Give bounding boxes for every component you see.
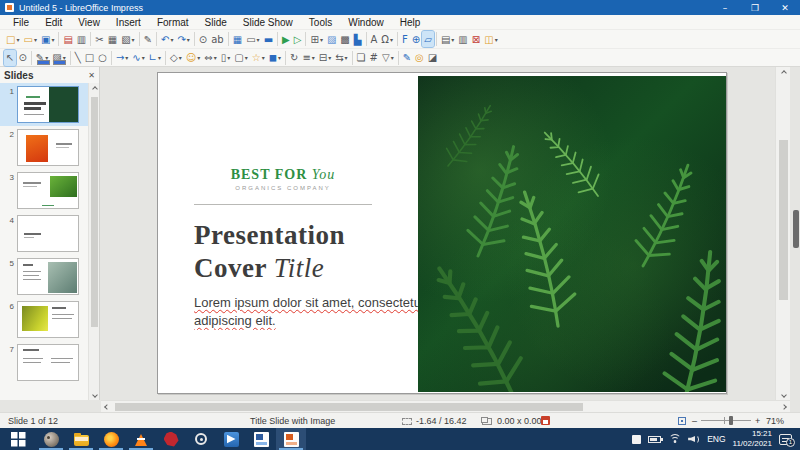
dropdown-arrow-icon[interactable]: ▾ <box>125 54 128 61</box>
maximize-button[interactable]: ❐ <box>740 0 770 15</box>
rotate-icon[interactable]: ↻ <box>288 50 300 66</box>
slide-thumbnail-image[interactable] <box>17 301 79 338</box>
delete-slide-icon[interactable]: ⊠ <box>470 31 482 47</box>
slide-thumbnail-image[interactable] <box>17 86 79 123</box>
dropdown-arrow-icon[interactable]: ▾ <box>345 54 348 61</box>
notifications-icon[interactable]: 1 <box>779 434 792 445</box>
menu-help[interactable]: Help <box>393 16 428 29</box>
scroll-down-icon[interactable] <box>776 389 791 400</box>
zoom-slider-track[interactable] <box>701 420 751 421</box>
unsaved-changes-icon[interactable] <box>541 416 550 425</box>
paste-icon[interactable]: ▧▾ <box>119 31 136 47</box>
dropdown-arrow-icon[interactable]: ▾ <box>328 54 331 61</box>
slides-panel-scrollbar[interactable] <box>88 83 99 400</box>
undo-icon[interactable]: ↶▾ <box>159 31 175 47</box>
basic-shapes-icon[interactable]: ◇▾ <box>168 50 184 66</box>
slide-body-text[interactable]: Lorem ipsum dolor sit amet, consectetuer… <box>194 294 418 330</box>
flowchart-shapes-icon[interactable]: ▯▾ <box>219 50 233 66</box>
taskbar-gimp-icon[interactable] <box>36 428 66 450</box>
ellipse-icon[interactable]: ○ <box>96 50 109 66</box>
dropdown-arrow-icon[interactable]: ▾ <box>34 36 37 43</box>
dropdown-arrow-icon[interactable]: ▾ <box>142 54 145 61</box>
duplicate-slide-icon[interactable]: ▥ <box>456 31 469 47</box>
menu-window[interactable]: Window <box>341 16 391 29</box>
slide-title[interactable]: Presentation Cover Title <box>194 219 345 285</box>
edit-points-icon[interactable]: ✎ <box>401 50 413 66</box>
fontwork-icon[interactable]: F <box>400 31 410 47</box>
menu-slide-show[interactable]: Slide Show <box>236 16 300 29</box>
fill-color-icon[interactable]: ▨▾ <box>50 50 67 66</box>
scrollbar-thumb[interactable] <box>91 97 98 327</box>
dropdown-arrow-icon[interactable]: ▾ <box>51 36 54 43</box>
connectors-icon[interactable]: ∟▾ <box>147 50 163 66</box>
image-filter-icon[interactable]: ▽▾ <box>380 50 396 66</box>
line-color-icon[interactable]: ✎▾ <box>34 50 50 66</box>
taskbar-vlc-icon[interactable] <box>126 428 156 450</box>
new-slide-icon[interactable]: ▤▾ <box>439 31 456 47</box>
zoom-slider-thumb[interactable] <box>729 416 733 425</box>
dropdown-arrow-icon[interactable]: ▾ <box>158 54 161 61</box>
clone-formatting-icon[interactable]: ✎ <box>142 31 154 47</box>
toggle-extrusion-icon[interactable]: ◪ <box>426 50 439 66</box>
dropdown-arrow-icon[interactable]: ▾ <box>495 36 498 43</box>
insert-line-icon[interactable]: ╲ <box>73 50 83 66</box>
dropdown-arrow-icon[interactable]: ▾ <box>245 54 248 61</box>
menu-insert[interactable]: Insert <box>109 16 148 29</box>
taskbar-red-app-icon[interactable] <box>156 428 186 450</box>
crop-image-icon[interactable]: # <box>368 50 380 66</box>
volume-icon[interactable] <box>688 434 700 444</box>
zoom-out-button[interactable]: – <box>692 416 697 426</box>
shadow-icon[interactable]: ❏ <box>355 50 368 66</box>
print-icon[interactable]: ▥ <box>75 31 88 47</box>
taskbar-writer-icon[interactable] <box>246 428 276 450</box>
dropdown-arrow-icon[interactable]: ▾ <box>179 54 182 61</box>
export-pdf-icon[interactable]: ▤ <box>61 31 74 47</box>
insert-image-icon[interactable]: ▨ <box>325 31 338 47</box>
zoom-pan-icon[interactable]: ⊙ <box>16 50 28 66</box>
display-views-icon[interactable]: ▭▾ <box>244 31 261 47</box>
menu-format[interactable]: Format <box>150 16 196 29</box>
save-icon[interactable]: ▣▾ <box>39 31 56 47</box>
insert-table-icon[interactable]: ⊞▾ <box>308 31 324 47</box>
select-icon[interactable]: ↖ <box>4 50 16 66</box>
menu-edit[interactable]: Edit <box>38 16 69 29</box>
insert-text-box-icon[interactable]: A <box>369 31 380 47</box>
clock[interactable]: 15:21 11/02/2021 <box>733 429 772 449</box>
fit-slide-icon[interactable] <box>678 417 686 425</box>
taskbar-settings-icon[interactable] <box>186 428 216 450</box>
menu-file[interactable]: File <box>6 16 36 29</box>
scroll-up-icon[interactable] <box>776 67 791 78</box>
insert-chart-icon[interactable]: ▙ <box>352 31 364 47</box>
slide-thumbnail-4[interactable]: 4 <box>0 212 88 255</box>
battery-icon[interactable] <box>648 436 661 443</box>
taskbar-firefox-icon[interactable] <box>96 428 126 450</box>
dropdown-arrow-icon[interactable]: ▾ <box>390 36 393 43</box>
show-draw-functions-icon[interactable]: ▱ <box>422 31 434 47</box>
symbol-shapes-icon[interactable]: ☺▾ <box>184 50 202 66</box>
open-icon[interactable]: ▭▾ <box>21 31 38 47</box>
scrollbar-thumb[interactable] <box>115 403 583 411</box>
dropdown-arrow-icon[interactable]: ▾ <box>132 36 135 43</box>
arrange-icon[interactable]: ⊟▾ <box>317 50 333 66</box>
insert-media-icon[interactable]: ▩ <box>338 31 351 47</box>
star-shapes-icon[interactable]: ☆▾ <box>250 50 267 66</box>
dropdown-arrow-icon[interactable]: ▾ <box>451 36 454 43</box>
block-arrows-icon[interactable]: ⇔▾ <box>202 50 218 66</box>
hidden-icons-icon[interactable] <box>632 435 641 444</box>
dropdown-arrow-icon[interactable]: ▾ <box>63 54 66 61</box>
taskbar-file-explorer-icon[interactable] <box>66 428 96 450</box>
hyperlink-icon[interactable]: ⊕ <box>410 31 422 47</box>
taskbar-blue-app-icon[interactable] <box>216 428 246 450</box>
slide-thumbnail-3[interactable]: 3 <box>0 169 88 212</box>
horizontal-scrollbar[interactable] <box>101 400 790 412</box>
slide-thumbnail-5[interactable]: 5 <box>0 255 88 298</box>
slide-thumbnail-1[interactable]: 1 <box>0 83 88 126</box>
language-indicator[interactable]: ENG <box>707 434 725 444</box>
slide-properties-icon[interactable]: ◫▾ <box>482 31 499 47</box>
rectangle-icon[interactable]: □ <box>83 50 96 66</box>
dropdown-arrow-icon[interactable]: ▾ <box>187 36 190 43</box>
slide-thumbnail-image[interactable] <box>17 172 79 209</box>
start-from-first-slide-icon[interactable]: ▶ <box>280 31 292 47</box>
dropdown-arrow-icon[interactable]: ▾ <box>312 54 315 61</box>
find-replace-icon[interactable]: ⊙ <box>197 31 209 47</box>
